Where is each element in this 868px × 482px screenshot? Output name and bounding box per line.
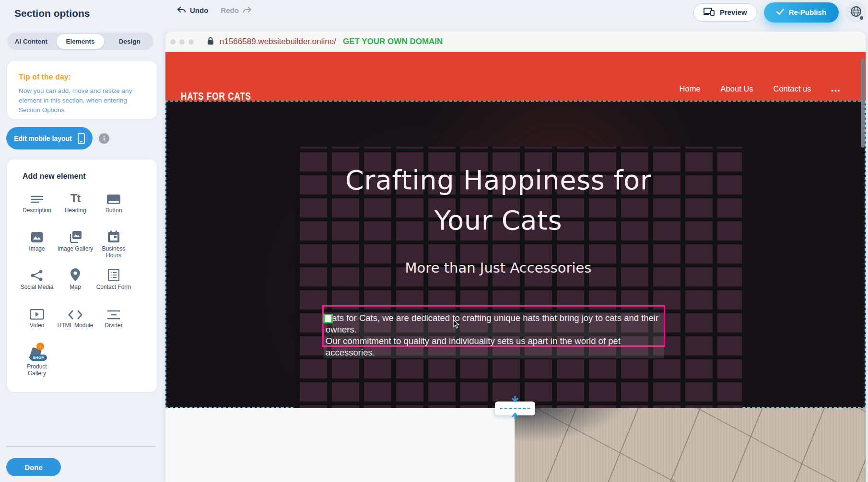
product-gallery-icon: ↑ SHOP [29, 344, 45, 361]
page-title: Section options [14, 8, 90, 19]
video-icon [30, 305, 44, 320]
next-section-left[interactable] [165, 408, 515, 482]
tip-title: Tip of the day: [19, 73, 145, 81]
lock-icon [207, 37, 214, 47]
element-business-hours[interactable]: Business Hours [94, 229, 133, 267]
element-html-module[interactable]: HTML Module [56, 305, 94, 344]
republish-label: Re-Publish [789, 8, 826, 16]
preview-button[interactable]: Preview [693, 3, 757, 22]
contact-form-icon [108, 267, 119, 281]
hero-section-selected[interactable]: Crafting Happiness for Your Cats More th… [165, 101, 866, 408]
devices-icon [704, 8, 715, 17]
shop-badge: SHOP [30, 355, 47, 361]
nav-home[interactable]: Home [680, 84, 701, 97]
language-globe-button[interactable] [845, 2, 866, 23]
undo-button[interactable]: Undo [176, 6, 208, 14]
element-map[interactable]: Map [56, 267, 94, 305]
undo-redo-group: Undo Redo [176, 6, 252, 14]
nav-contact-us[interactable]: Contact us [773, 84, 811, 97]
browser-traffic-dots [170, 39, 194, 45]
selection-drag-handle[interactable] [323, 314, 333, 323]
map-pin-icon [70, 267, 80, 281]
redo-label: Redo [221, 6, 239, 14]
section-resize-handle[interactable] [495, 402, 535, 415]
element-button[interactable]: Button [94, 190, 133, 229]
hero-heading[interactable]: Crafting Happiness for Your Cats [166, 160, 830, 241]
info-icon[interactable]: i [99, 133, 109, 144]
redo-icon [243, 6, 252, 14]
tab-design[interactable]: Design [106, 34, 153, 49]
element-video[interactable]: Video [18, 305, 56, 344]
nav-about-us[interactable]: About Us [721, 84, 753, 97]
website-builder-app: Section options Undo Redo Preview Re-P [0, 0, 868, 482]
element-social-media[interactable]: Social Media [18, 267, 56, 305]
arrow-down-icon [512, 396, 518, 405]
description-line-2: Our commitment to quality and individual… [324, 335, 664, 358]
tab-elements[interactable]: Elements [57, 34, 105, 49]
nav-more-button[interactable]: ••• [831, 87, 841, 94]
description-icon [30, 190, 44, 205]
preview-label: Preview [720, 8, 747, 16]
site-url[interactable]: n1566589.websitebuilder.online/ [220, 37, 336, 46]
tip-body: Now you can add, move and resize any ele… [19, 86, 145, 115]
element-description[interactable]: Description [18, 190, 56, 229]
site-preview-panel: n1566589.websitebuilder.online/ GET YOUR… [165, 32, 866, 482]
section-divider-dash [500, 408, 530, 409]
code-icon [68, 305, 82, 320]
site-nav: Home About Us Contact us ••• [680, 84, 841, 97]
republish-button[interactable]: Re-Publish [764, 2, 839, 23]
social-media-icon [31, 267, 43, 281]
image-icon [31, 229, 43, 243]
tab-ai-content[interactable]: AI Content [7, 34, 55, 49]
tip-of-the-day-card: Tip of the day: Now you can add, move an… [7, 61, 157, 119]
globe-badge-dot [860, 16, 863, 20]
button-icon [106, 190, 121, 205]
hero-subheading[interactable]: More than Just Accessories [166, 260, 830, 276]
element-image-gallery[interactable]: Image Gallery [56, 229, 94, 267]
element-product-gallery[interactable]: ↑ SHOP Product Gallery [18, 344, 56, 382]
add-element-card: Add new element Description Tt Heading B… [7, 160, 157, 392]
element-heading[interactable]: Tt Heading [56, 190, 94, 229]
image-gallery-icon [69, 229, 82, 243]
arrow-up-icon [512, 412, 518, 421]
edit-mobile-layout-button[interactable]: Edit mobile layout [6, 127, 93, 149]
scrollbar[interactable] [861, 58, 865, 148]
description-line-1: Hats for Cats, we are dedicated to craft… [324, 312, 664, 335]
element-image[interactable]: Image [18, 229, 56, 267]
done-button[interactable]: Done [6, 458, 61, 476]
sidebar-tabbar: AI Content Elements Design [7, 33, 153, 50]
divider-icon [107, 305, 120, 320]
undo-icon [176, 6, 186, 14]
browser-chrome: n1566589.websitebuilder.online/ GET YOUR… [165, 32, 866, 52]
next-section-photo[interactable] [515, 408, 866, 482]
add-element-title: Add new element [7, 172, 157, 181]
mouse-cursor [453, 320, 460, 331]
site-header: HATS FOR CATS Home About Us Contact us •… [165, 52, 866, 101]
sidebar-divider [6, 447, 156, 447]
element-divider[interactable]: Divider [94, 305, 133, 344]
edit-mobile-label: Edit mobile layout [14, 135, 72, 142]
description-element-selected[interactable]: Hats for Cats, we are dedicated to craft… [322, 305, 665, 347]
undo-label: Undo [190, 6, 208, 14]
redo-button[interactable]: Redo [221, 6, 252, 14]
heading-icon: Tt [70, 190, 81, 205]
upgrade-arrow-badge: ↑ [36, 343, 44, 350]
element-contact-form[interactable]: Contact Form [94, 267, 133, 305]
phone-icon [78, 133, 85, 144]
get-domain-link[interactable]: GET YOUR OWN DOMAIN [343, 37, 443, 46]
element-grid: Description Tt Heading Button Image [7, 190, 157, 382]
topbar-actions: Preview Re-Publish [693, 2, 866, 23]
business-hours-icon [107, 229, 120, 243]
check-icon [776, 8, 784, 16]
